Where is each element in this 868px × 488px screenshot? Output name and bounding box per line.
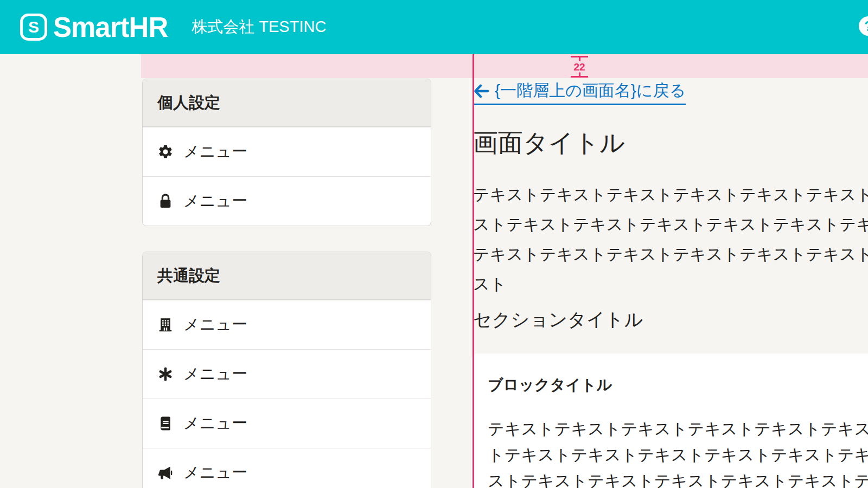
group-title: 共通設定 [157,265,220,287]
sidebar-item-label: メニュー [183,413,247,434]
measure-bottom-tick [571,76,588,78]
block-title: ブロックタイトル [488,375,868,395]
book-icon [157,415,174,432]
gear-icon [157,144,174,160]
sidebar-item-label: メニュー [183,314,247,336]
sidebar-item-common-3[interactable]: メニュー [143,399,431,448]
logo-letter: S [28,18,39,36]
megaphone-icon [157,465,174,481]
sidebar-item-personal-1[interactable]: メニュー [143,127,431,176]
back-link-label: {一階層上の画面名}に戻る [495,80,686,102]
section-title: セクションタイトル [473,307,868,331]
personal-settings-header: 個人設定 [143,79,431,127]
sidebar-item-personal-2[interactable]: メニュー [143,176,431,226]
sidebar-item-common-4[interactable]: メニュー [143,448,431,488]
common-settings-header: 共通設定 [143,252,431,300]
sidebar-item-label: メニュー [183,190,247,212]
smarthr-logo-icon: S [20,14,47,41]
spacing-annotation-band [141,54,868,78]
company-name: 株式会社 TESTINC [192,16,326,38]
personal-settings-card: 個人設定 メニュー メニュー [142,79,431,226]
block-text: テキストテキストテキストテキストテキストテキストテキストテキストテキストテキスト… [488,416,868,488]
page-title: 画面タイトル [473,127,868,159]
building-icon [157,317,174,333]
brand-wordmark: SmartHR [53,11,168,43]
lock-icon [157,193,174,209]
main-content: {一階層上の画面名}に戻る 画面タイトル テキストテキストテキストテキストテキス… [473,78,868,488]
spacing-measure: 22 [571,56,588,78]
sidebar-item-label: メニュー [183,363,247,385]
measure-value: 22 [572,61,586,73]
content-block-card: ブロックタイトル テキストテキストテキストテキストテキストテキストテキストテキス… [471,354,868,488]
app-header: S SmartHR 株式会社 TESTINC ? [0,0,868,54]
back-link[interactable]: {一階層上の画面名}に戻る [473,80,686,105]
sidebar-item-common-2[interactable]: メニュー [143,349,431,399]
help-button[interactable]: ? [859,16,868,36]
common-settings-card: 共通設定 メニュー [142,252,431,488]
question-icon: ? [864,18,868,35]
sidebar-item-label: メニュー [183,141,247,163]
arrow-left-icon [473,83,489,99]
asterisk-icon [157,366,174,382]
intro-text: テキストテキストテキストテキストテキストテキストテキストテキストテキストテキスト… [473,179,868,299]
smarthr-logo[interactable]: S SmartHR [20,11,168,43]
group-title: 個人設定 [157,92,220,114]
sidebar-item-common-1[interactable]: メニュー [143,300,431,349]
sidebar-item-label: メニュー [183,462,247,484]
settings-sidebar: 個人設定 メニュー メニュー 共通設定 [142,79,431,488]
